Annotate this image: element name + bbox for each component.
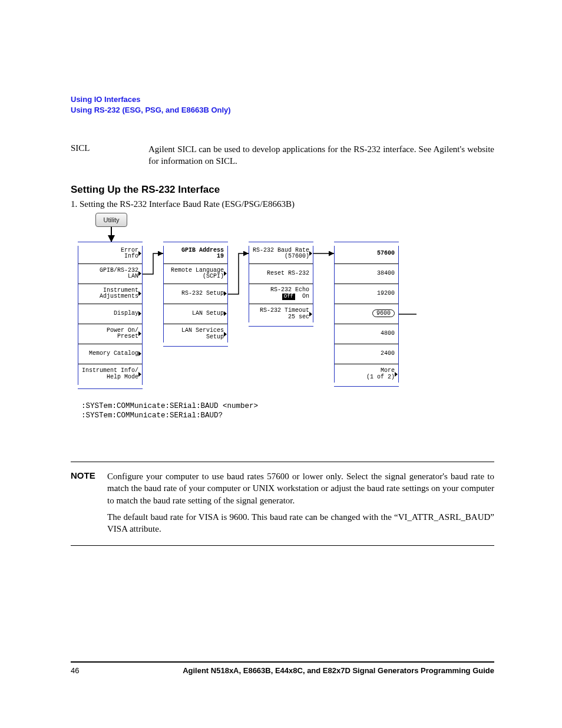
section-heading: Setting Up the RS-232 Interface (71, 184, 494, 196)
menu-item: More (1 of 2) (335, 364, 398, 384)
utility-button: Utility (95, 213, 127, 227)
menu-item: Display (78, 304, 142, 324)
menu-item: GPIB/RS-232 LAN (78, 264, 142, 284)
note-label: NOTE (71, 470, 107, 535)
sicl-paragraph: SICL Agilent SICL can be used to develop… (71, 143, 494, 167)
sicl-label: SICL (71, 143, 148, 167)
sicl-body: Agilent SICL can be used to develop appl… (148, 143, 494, 167)
note-p1: Configure your computer to use baud rate… (107, 470, 494, 506)
note-block: NOTE Configure your computer to use baud… (71, 462, 494, 546)
menu-item: LAN Services Setup (164, 324, 227, 344)
menu-gpib-rs232-lan: GPIB Address 19Remote Language (SCPI)RS-… (163, 243, 228, 345)
step-1: 1. Setting the RS-232 Interface Baud Rat… (71, 199, 494, 209)
header-line2: Using RS-232 (ESG, PSG, and E8663B Only) (71, 105, 494, 116)
menu-item: RS-232 Timeout 25 sec (249, 304, 313, 324)
header-line1: Using IO Interfaces (71, 94, 494, 105)
menu-utility: Error InfoGPIB/RS-232 LANInstrument Adju… (78, 243, 143, 387)
menu-item: Power On/ Preset (78, 324, 142, 344)
menu-rs232-setup: RS-232 Baud Rate (57600)Reset RS-232RS-2… (249, 243, 313, 325)
scpi-line1: :SYSTem:COMMunicate:SERial:BAUD <number> (81, 401, 494, 411)
menu-item: Reset RS-232 (249, 264, 313, 284)
menu-item: 9600 (335, 304, 398, 324)
note-body: Configure your computer to use baud rate… (107, 470, 494, 535)
menu-item: 38400 (335, 264, 398, 284)
menu-item: 19200 (335, 284, 398, 304)
page-number: 46 (71, 666, 79, 675)
menu-item: 4800 (335, 324, 398, 344)
menu-item: 2400 (335, 344, 398, 364)
scpi-commands: :SYSTem:COMMunicate:SERial:BAUD <number>… (81, 401, 494, 421)
menu-item: Error Info (78, 244, 142, 264)
footer-title: Agilent N518xA, E8663B, E44x8C, and E82x… (183, 666, 494, 675)
menu-item: Instrument Info/ Help Mode (78, 364, 142, 384)
menu-item: LAN Setup (164, 304, 227, 324)
menu-item: Remote Language (SCPI) (164, 264, 227, 284)
menu-item: GPIB Address 19 (164, 244, 227, 264)
page-footer: 46 Agilent N518xA, E8663B, E44x8C, and E… (71, 661, 494, 675)
menu-item: Instrument Adjustments (78, 284, 142, 304)
menu-item: 57600 (335, 244, 398, 264)
menu-item: RS-232 Echo Off On (249, 284, 313, 304)
menu-baud-rate: 576003840019200960048002400More (1 of 2) (334, 243, 399, 385)
scpi-line2: :SYSTem:COMMunicate:SERial:BAUD? (81, 411, 494, 420)
menu-diagram: Utility Error InfoGPIB/RS-232 LANInstrum… (78, 213, 502, 390)
running-header: Using IO Interfaces Using RS-232 (ESG, P… (71, 94, 494, 115)
note-p2: The default baud rate for VISA is 9600. … (107, 511, 494, 535)
menu-item: RS-232 Baud Rate (57600) (249, 244, 313, 264)
menu-item: RS-232 Setup (164, 284, 227, 304)
menu-item: Memory Catalog (78, 344, 142, 364)
